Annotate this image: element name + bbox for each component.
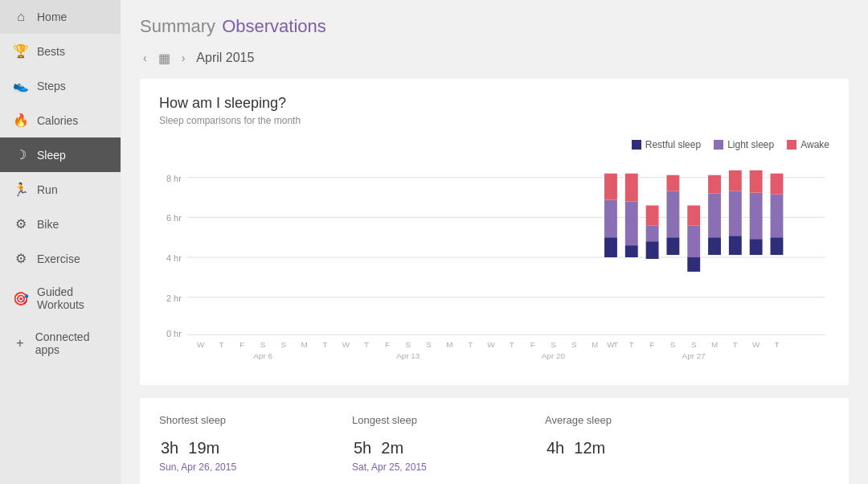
svg-text:T: T — [510, 340, 514, 349]
svg-text:M: M — [301, 340, 308, 349]
svg-text:W: W — [487, 340, 495, 349]
bests-icon: 🏆 — [13, 43, 29, 59]
sidebar-item-steps[interactable]: 👟Steps — [0, 68, 121, 103]
svg-text:4 hr: 4 hr — [166, 253, 182, 263]
stats-row: Shortest sleep 3h 19m Sun, Apr 26, 2015 … — [140, 398, 849, 484]
svg-text:W: W — [342, 340, 350, 349]
legend-light-dot — [714, 140, 723, 150]
run-icon: 🏃 — [13, 182, 29, 197]
svg-text:Apr 6: Apr 6 — [253, 351, 272, 360]
bar-light — [625, 202, 638, 246]
connected-apps-icon: + — [13, 336, 27, 351]
svg-text:S: S — [260, 340, 266, 349]
stat-longest-date: Sat, Apr 25, 2015 — [352, 461, 513, 473]
svg-text:T: T — [733, 340, 738, 349]
stat-average-hours: 4h — [547, 439, 564, 457]
steps-label: Steps — [37, 80, 66, 92]
stat-shortest-minutes: 19m — [188, 439, 219, 457]
nav-calendar-button[interactable]: ▦ — [158, 51, 170, 66]
bar-light — [666, 191, 679, 238]
steps-icon: 👟 — [13, 78, 29, 93]
stat-longest-minutes: 2m — [381, 439, 403, 457]
bike-label: Bike — [37, 218, 59, 231]
svg-text:S: S — [670, 340, 676, 349]
stat-average-label: Average sleep — [545, 414, 706, 426]
sidebar: ⌂Home🏆Bests👟Steps🔥Calories☽Sleep🏃Run⚙Bik… — [0, 0, 121, 484]
nav-next-button[interactable]: › — [178, 50, 189, 66]
legend-awake-dot — [787, 140, 796, 150]
svg-text:Apr 13: Apr 13 — [396, 351, 420, 360]
svg-text:Apr 27: Apr 27 — [682, 351, 706, 360]
svg-text:6 hr: 6 hr — [166, 213, 182, 223]
sidebar-item-connected-apps[interactable]: +Connected apps — [0, 321, 121, 366]
bar-light — [687, 225, 700, 257]
bar-restful — [771, 237, 784, 255]
svg-text:T: T — [219, 340, 223, 349]
svg-text:S: S — [551, 340, 556, 349]
home-icon: ⌂ — [13, 10, 29, 24]
sleep-chart: 8 hr 6 hr 4 hr 2 hr 0 hr — [159, 157, 829, 366]
svg-text:T: T — [774, 340, 779, 349]
legend-restful-label: Restful sleep — [645, 139, 701, 150]
svg-text:0 hr: 0 hr — [166, 329, 182, 338]
bar-awake — [646, 206, 659, 226]
card-subtitle: Sleep comparisons for the month — [159, 115, 829, 126]
legend-light: Light sleep — [714, 139, 774, 150]
svg-text:T: T — [364, 340, 369, 349]
card-title: How am I sleeping? — [159, 95, 829, 112]
stat-shortest-date: Sun, Apr 26, 2015 — [159, 461, 320, 473]
legend-restful-dot — [632, 140, 641, 150]
svg-text:8 hr: 8 hr — [166, 174, 182, 183]
sidebar-item-guided-workouts[interactable]: 🎯Guided Workouts — [0, 276, 121, 321]
main-content: Summary Observations ‹ ▦ › April 2015 Ho… — [121, 0, 868, 484]
stat-average: Average sleep 4h 12m — [545, 414, 706, 473]
guided-workouts-icon: 🎯 — [13, 291, 29, 306]
svg-text:T: T — [468, 340, 473, 349]
svg-text:S: S — [691, 340, 697, 349]
svg-text:F: F — [385, 340, 390, 349]
bar-light — [771, 195, 784, 238]
svg-text:W: W — [752, 340, 760, 349]
sidebar-item-home[interactable]: ⌂Home — [0, 0, 121, 34]
sidebar-item-bests[interactable]: 🏆Bests — [0, 34, 121, 68]
bike-icon: ⚙ — [13, 216, 29, 232]
sidebar-item-exercise[interactable]: ⚙Exercise — [0, 241, 121, 276]
svg-text:W: W — [607, 340, 615, 349]
stat-longest-value: 5h 2m — [352, 429, 513, 458]
bar-awake — [771, 174, 784, 195]
stat-average-minutes: 12m — [574, 439, 605, 457]
svg-text:Apr 20: Apr 20 — [542, 351, 566, 360]
stat-shortest: Shortest sleep 3h 19m Sun, Apr 26, 2015 — [159, 414, 320, 473]
bar-awake — [604, 174, 617, 200]
bar-restful — [604, 237, 617, 257]
exercise-icon: ⚙ — [13, 251, 29, 266]
stat-average-value: 4h 12m — [545, 429, 706, 458]
svg-text:T: T — [322, 340, 327, 349]
sidebar-item-run[interactable]: 🏃Run — [0, 172, 121, 207]
calories-label: Calories — [37, 114, 78, 127]
sidebar-item-bike[interactable]: ⚙Bike — [0, 207, 121, 241]
bar-awake — [625, 174, 638, 202]
svg-text:M: M — [592, 340, 598, 349]
svg-text:S: S — [281, 340, 287, 349]
bar-light — [604, 200, 617, 238]
nav-prev-button[interactable]: ‹ — [140, 50, 150, 66]
nav-month-label: April 2015 — [196, 51, 254, 65]
bar-light — [646, 225, 659, 241]
bar-light — [750, 193, 763, 240]
sleep-card: How am I sleeping? Sleep comparisons for… — [140, 79, 849, 385]
bar-restful — [646, 241, 659, 259]
sidebar-item-calories[interactable]: 🔥Calories — [0, 103, 121, 137]
header-observations: Observations — [222, 16, 326, 37]
sidebar-item-sleep[interactable]: ☽Sleep — [0, 137, 121, 172]
legend-restful: Restful sleep — [632, 139, 701, 150]
svg-text:T: T — [629, 340, 634, 349]
svg-text:S: S — [571, 340, 577, 349]
stat-longest: Longest sleep 5h 2m Sat, Apr 25, 2015 — [352, 414, 513, 473]
legend-light-label: Light sleep — [727, 139, 774, 150]
stat-shortest-label: Shortest sleep — [159, 414, 320, 426]
exercise-label: Exercise — [37, 252, 80, 265]
bar-restful — [750, 239, 763, 255]
bar-light — [708, 194, 721, 238]
svg-text:S: S — [426, 340, 432, 349]
